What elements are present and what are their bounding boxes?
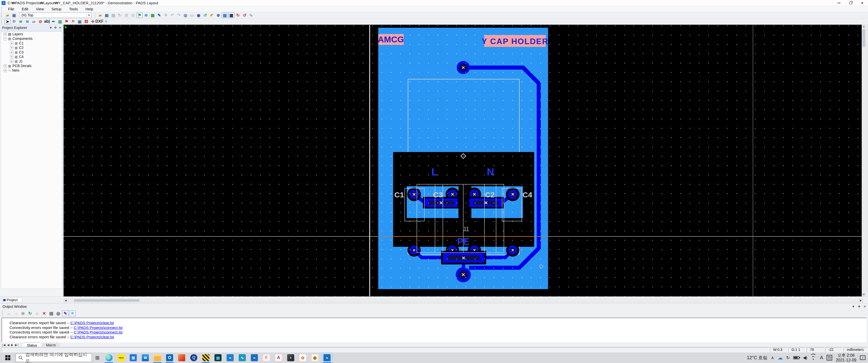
weather-widget[interactable]: 12°C 흐림	[747, 355, 767, 361]
canvas-horizontal-scrollbar[interactable]: ◀ ▶	[64, 299, 863, 302]
tree-j1[interactable]: + ▦ J1	[1, 59, 62, 64]
close-icon[interactable]: ✕	[864, 305, 866, 308]
sync-icon[interactable]: ↻	[786, 355, 790, 361]
tree-nets[interactable]: + ∿ Nets	[1, 68, 62, 73]
layer-selector[interactable]: (H) Top ▼	[20, 12, 92, 18]
scrollbar-thumb[interactable]	[863, 29, 865, 47]
taskbar-file-explorer[interactable]	[151, 353, 163, 363]
save-file-icon[interactable]: ▣	[11, 12, 17, 18]
menu-help[interactable]: Help	[82, 7, 97, 11]
expand-toggle[interactable]: +	[10, 55, 13, 59]
tree-c4[interactable]: + ▦ C4	[1, 55, 62, 59]
restore-button[interactable]	[845, 0, 857, 6]
dimension-icon[interactable]: ✛	[90, 19, 96, 24]
stop-icon[interactable]: ⊗	[20, 310, 26, 317]
find-icon[interactable]: ◎	[55, 310, 62, 317]
zoom-selection-icon[interactable]: ◉	[195, 12, 202, 18]
menu-setup[interactable]: Setup	[48, 7, 65, 11]
taskbar-palette-app[interactable]: ✿	[297, 353, 309, 363]
expand-toggle[interactable]: +	[10, 46, 13, 50]
expand-toggle[interactable]: +	[3, 33, 7, 36]
keepout-icon[interactable]: ⊘	[37, 19, 43, 24]
delete-icon[interactable]: ✕	[41, 310, 48, 317]
refresh-icon[interactable]: ↻	[27, 310, 33, 317]
report-file-link[interactable]: C:\PADS Projects\clear.lst	[70, 321, 114, 325]
board-view-icon[interactable]: ▭	[189, 12, 195, 18]
tree-c2[interactable]: + ▦ C2	[1, 45, 62, 50]
copper-hatch-icon[interactable]: ≋	[24, 19, 30, 24]
taskbar-kakaotalk[interactable]: TALK	[115, 353, 127, 363]
taskbar-chip-app[interactable]: ▦	[212, 353, 224, 363]
zoom-icon[interactable]: ◎	[182, 12, 188, 18]
report-file-link[interactable]: C:\PADS Projects\clear.lst	[70, 335, 114, 339]
notification-center-icon[interactable]: ≡	[860, 356, 866, 360]
ime-english-indicator[interactable]: A	[820, 355, 823, 361]
refresh-view-icon[interactable]: ↺	[202, 12, 208, 18]
taskbar-office[interactable]	[176, 353, 188, 363]
redo-icon[interactable]: ↷	[176, 12, 182, 18]
start-button[interactable]	[0, 353, 16, 363]
undo-icon[interactable]: ↶	[169, 12, 175, 18]
nets-view-icon[interactable]: ≋	[143, 12, 149, 18]
pcb-canvas[interactable]: ✕ ✕ ✕ ✕ ✕ ✕	[64, 25, 866, 296]
error-flag-icon[interactable]: ⚑	[64, 19, 70, 24]
scroll-down-icon[interactable]: ▼	[862, 293, 866, 296]
tree-components[interactable]: − ▦ Components	[1, 36, 62, 41]
taskbar-adobe[interactable]: A	[273, 353, 285, 363]
route-mode-icon[interactable]: ▦	[150, 12, 156, 18]
expand-toggle[interactable]: +	[3, 64, 7, 68]
taskbar-pads-router[interactable]: ∿	[236, 353, 248, 363]
expand-toggle[interactable]: +	[3, 69, 7, 72]
pin-icon[interactable]: ✜	[858, 305, 861, 308]
wifi-icon[interactable]	[810, 356, 816, 360]
taskbar-owl-app[interactable]: ◉	[309, 353, 321, 363]
highlight-brush-icon[interactable]: ✐	[209, 12, 215, 18]
taskbar-camo-app[interactable]	[200, 353, 212, 363]
hidden-icons-chevron[interactable]: ∧	[771, 355, 774, 361]
taskbar-pads-layout[interactable]: ⌁	[248, 353, 260, 363]
list-mode-icon[interactable]: ≡	[69, 310, 76, 317]
taskbar-flotherm[interactable]: F	[260, 353, 273, 363]
report-file-link[interactable]: C:\PADS Projects\connect.lst	[74, 330, 122, 334]
canvas-vertical-scrollbar[interactable]: ▲ ▼	[862, 25, 866, 296]
world-view-icon[interactable]: ⊛	[215, 12, 221, 18]
expand-toggle[interactable]: +	[10, 42, 13, 45]
expand-toggle[interactable]: +	[10, 60, 13, 63]
flag-select-icon[interactable]: ⚐	[11, 19, 17, 24]
clearance-check-icon[interactable]: ↻	[235, 12, 241, 18]
warning-flag-icon[interactable]: ⚑	[70, 19, 76, 24]
error-markers-icon[interactable]: ⚄	[83, 19, 89, 24]
menu-file[interactable]: File	[4, 7, 18, 11]
report-file-link[interactable]: C:\PADS Projects\connect.lst	[74, 325, 122, 330]
scroll-up-icon[interactable]: ▲	[862, 25, 866, 29]
copy-paste-icon[interactable]: ▣	[77, 19, 83, 24]
taskbar-pads-doc[interactable]: ⌁	[224, 353, 236, 363]
connectivity-check-icon[interactable]: ↺	[242, 12, 248, 18]
taskbar-dark-app[interactable]: ◖	[285, 353, 297, 363]
onedrive-icon[interactable]: ☁	[778, 355, 783, 361]
tree-c3[interactable]: + ▦ C3	[1, 50, 62, 55]
project-tab[interactable]: Project	[2, 297, 22, 303]
open-file-icon[interactable]: ▰	[4, 12, 10, 18]
redraw-icon[interactable]: ↻	[117, 12, 123, 18]
menu-edit[interactable]: Edit	[18, 7, 32, 11]
nav-back-icon[interactable]: ←	[5, 310, 12, 317]
taskbar-outlook[interactable]: O	[163, 353, 176, 363]
chevron-down-icon[interactable]: ▼	[86, 13, 91, 18]
task-view-button[interactable]: ⊞	[92, 353, 103, 363]
pin-icon[interactable]: ✜	[54, 26, 57, 30]
bom-list-icon[interactable]: ≡	[103, 19, 109, 24]
tree-layers[interactable]: + ▤ Layers	[1, 32, 62, 36]
nav-forward-icon[interactable]: →	[12, 310, 19, 317]
dxf-import-icon[interactable]: DXF	[96, 19, 102, 24]
drc-on-icon[interactable]: ▨	[222, 12, 228, 18]
expand-toggle[interactable]: −	[3, 37, 7, 40]
menu-view[interactable]: View	[32, 7, 48, 11]
close-button[interactable]: ✕	[857, 0, 868, 6]
panel-menu-icon[interactable]: ▼	[852, 305, 855, 308]
save-file-icon[interactable]: ▣	[104, 12, 110, 18]
battery-icon[interactable]	[793, 356, 799, 359]
open-file-icon[interactable]: ▰	[97, 12, 103, 18]
pen-mode-icon[interactable]: ✎	[62, 310, 69, 317]
panel-menu-icon[interactable]: ▼	[49, 26, 52, 30]
